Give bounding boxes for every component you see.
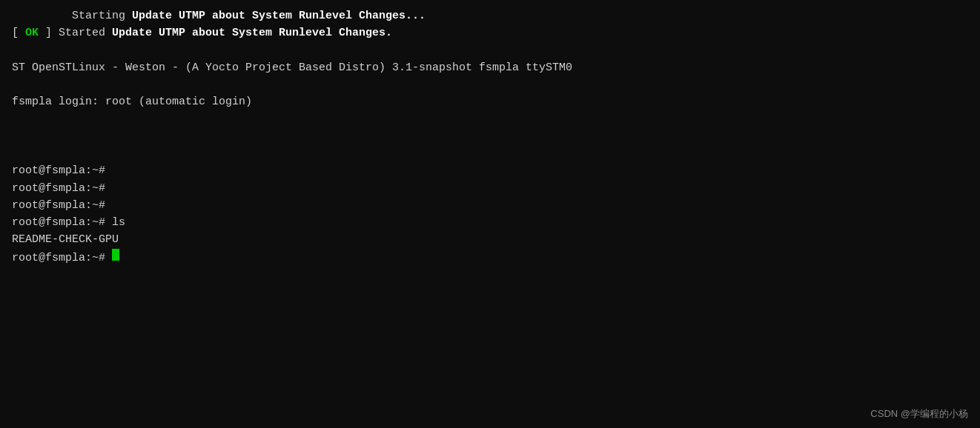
- ok-text: OK: [19, 24, 45, 41]
- distro-text: ST OpenSTLinux - Weston - (A Yocto Proje…: [12, 59, 572, 76]
- line-prompt-1[interactable]: root@fsmpla:~#: [12, 162, 968, 179]
- line-login: fsmpla login: root (automatic login): [12, 93, 968, 110]
- starting-prefix: Starting: [12, 7, 132, 24]
- line-prompt-3[interactable]: root@fsmpla:~#: [12, 197, 968, 214]
- empty-line-1: [12, 42, 968, 59]
- line-distro: ST OpenSTLinux - Weston - (A Yocto Proje…: [12, 59, 968, 76]
- bracket-open: [: [12, 24, 19, 41]
- watermark: CSDN @学编程的小杨: [870, 407, 968, 421]
- line-ls-command[interactable]: root@fsmpla:~# ls: [12, 214, 968, 231]
- empty-line-2: [12, 76, 968, 93]
- started-bold: Update UTMP about System Runlevel Change…: [112, 24, 392, 41]
- readme-text: README-CHECK-GPU: [12, 231, 119, 248]
- empty-line-5: [12, 145, 968, 162]
- terminal-window: Starting Update UTMP about System Runlev…: [0, 0, 980, 428]
- line-ok: [ OK ] Started Update UTMP about System …: [12, 24, 968, 41]
- ls-prompt-text: root@fsmpla:~# ls: [12, 214, 125, 231]
- line-prompt-2[interactable]: root@fsmpla:~#: [12, 180, 968, 197]
- line-readme: README-CHECK-GPU: [12, 231, 968, 248]
- active-prompt-text: root@fsmpla:~#: [12, 250, 112, 267]
- empty-line-4: [12, 128, 968, 145]
- prompt-1-text: root@fsmpla:~#: [12, 162, 112, 179]
- bracket-close: ] Started: [45, 24, 112, 41]
- login-text: fsmpla login: root (automatic login): [12, 93, 252, 110]
- cursor-block: [112, 249, 119, 261]
- empty-line-3: [12, 111, 968, 128]
- line-starting: Starting Update UTMP about System Runlev…: [12, 7, 968, 24]
- starting-bold: Update UTMP about System Runlevel Change…: [132, 7, 426, 24]
- prompt-2-text: root@fsmpla:~#: [12, 180, 112, 197]
- prompt-3-text: root@fsmpla:~#: [12, 197, 112, 214]
- line-active-prompt[interactable]: root@fsmpla:~#: [12, 249, 968, 267]
